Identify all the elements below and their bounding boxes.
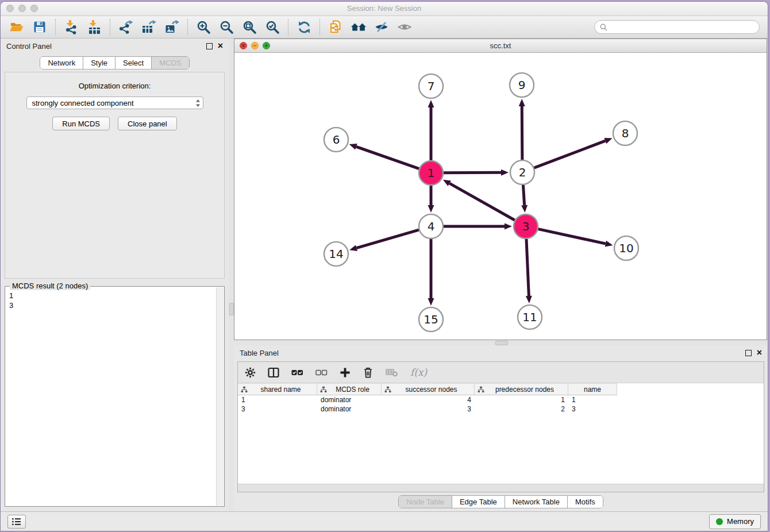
graph-edge-4-14[interactable] — [349, 230, 419, 251]
graph-node-14[interactable]: 14 — [324, 242, 348, 266]
export-image-button[interactable] — [160, 18, 183, 36]
task-history-button[interactable] — [7, 515, 26, 529]
tab-network-table[interactable]: Network Table — [505, 496, 567, 508]
tab-node-table[interactable]: Node Table — [399, 496, 452, 508]
table-hscroll-track[interactable] — [238, 484, 764, 492]
table-container: f(x) shared nameMCDS rolesuccessor nodes… — [237, 361, 764, 492]
splitter-grip[interactable] — [495, 341, 508, 345]
horizontal-splitter[interactable] — [234, 340, 768, 345]
hide-details-button[interactable] — [370, 18, 393, 36]
attribute-type-icon — [384, 386, 391, 393]
function-builder-button[interactable]: f(x) — [410, 367, 427, 378]
graph-edge-1-4[interactable] — [428, 186, 434, 213]
float-table-panel-icon[interactable] — [745, 350, 752, 356]
graph-edge-3-10[interactable] — [538, 229, 613, 247]
close-panel-button[interactable]: Close panel — [118, 117, 177, 130]
graph-edge-4-15[interactable] — [428, 239, 434, 306]
home-view-button[interactable] — [347, 18, 370, 36]
table-cell[interactable]: 3 — [382, 405, 475, 413]
close-panel-icon[interactable]: × — [218, 43, 223, 49]
add-row-button[interactable] — [340, 367, 351, 378]
graph-edge-2-9[interactable] — [519, 99, 525, 160]
mcds-result-list[interactable]: 13 — [6, 287, 217, 506]
export-table-button[interactable] — [137, 18, 160, 36]
graph-edge-3-1[interactable] — [443, 180, 515, 220]
column-header-successor-nodes[interactable]: successor nodes — [382, 383, 475, 395]
graph-node-10[interactable]: 10 — [614, 236, 638, 260]
search-input[interactable] — [610, 22, 754, 32]
network-minimize-button[interactable]: − — [251, 42, 259, 49]
graph-node-7[interactable]: 7 — [419, 74, 443, 98]
copy-network-button[interactable] — [324, 18, 347, 36]
tab-motifs[interactable]: Motifs — [567, 496, 603, 508]
save-session-button[interactable] — [28, 18, 51, 36]
graph-node-6[interactable]: 6 — [324, 128, 348, 152]
column-header-mcds-role[interactable]: MCDS role — [317, 383, 382, 395]
zoom-fit-button[interactable] — [238, 18, 261, 36]
table-cell[interactable]: 2 — [475, 405, 568, 413]
zoom-out-button[interactable] — [215, 18, 238, 36]
maximize-window-button[interactable] — [30, 5, 38, 12]
network-canvas[interactable]: 7968124314101511 — [234, 53, 767, 340]
table-row[interactable]: 1dominator411 — [238, 395, 764, 404]
criterion-dropdown[interactable]: strongly connected component — [26, 97, 203, 109]
table-cell[interactable]: 1 — [238, 396, 317, 404]
column-header-predecessor-nodes[interactable]: predecessor nodes — [475, 383, 568, 395]
table-cell[interactable]: dominator — [317, 396, 382, 404]
zoom-selected-button[interactable] — [261, 18, 284, 36]
network-maximize-button[interactable]: + — [263, 42, 270, 49]
import-network-button[interactable] — [60, 18, 83, 36]
splitter-grip[interactable] — [229, 303, 234, 315]
run-mcds-button[interactable]: Run MCDS — [52, 117, 110, 130]
tab-mcds[interactable]: MCDS — [151, 57, 188, 69]
table-cell[interactable]: 1 — [568, 396, 617, 404]
table-cell[interactable]: 1 — [475, 396, 568, 404]
table-cell[interactable]: dominator — [317, 405, 382, 413]
delete-table-button[interactable] — [386, 368, 398, 377]
float-panel-icon[interactable] — [206, 43, 213, 49]
table-cell[interactable]: 4 — [382, 396, 475, 404]
show-column-button[interactable] — [268, 367, 279, 378]
result-scrollbar[interactable] — [216, 287, 224, 506]
table-cell[interactable]: 3 — [568, 405, 617, 413]
graph-edge-2-8[interactable] — [534, 138, 613, 168]
network-close-button[interactable]: × — [240, 42, 247, 49]
graph-edge-3-11[interactable] — [526, 239, 532, 303]
graph-node-8[interactable]: 8 — [613, 121, 637, 145]
column-header-shared-name[interactable]: shared name — [238, 383, 317, 395]
graph-node-2[interactable]: 2 — [510, 160, 534, 184]
table-settings-button[interactable] — [245, 367, 256, 378]
tab-edge-table[interactable]: Edge Table — [452, 496, 505, 508]
minimize-window-button[interactable] — [18, 5, 26, 12]
import-table-button[interactable] — [83, 18, 106, 36]
memory-button[interactable]: Memory — [709, 514, 761, 529]
graph-edge-2-3[interactable] — [521, 185, 528, 213]
deselect-all-button[interactable] — [315, 368, 328, 377]
show-graphics-button[interactable] — [393, 18, 416, 36]
graph-edge-1-6[interactable] — [349, 144, 419, 169]
tab-network[interactable]: Network — [40, 57, 83, 69]
export-network-button[interactable] — [114, 18, 137, 36]
graph-node-9[interactable]: 9 — [510, 73, 534, 97]
graph-node-15[interactable]: 15 — [419, 307, 443, 331]
close-table-panel-icon[interactable]: × — [757, 349, 762, 356]
delete-row-button[interactable] — [363, 367, 374, 378]
table-cell[interactable]: 3 — [238, 405, 317, 413]
refresh-view-button[interactable] — [292, 18, 315, 36]
graph-edge-4-3[interactable] — [444, 223, 512, 230]
graph-edge-1-2[interactable] — [444, 169, 509, 176]
graph-node-3[interactable]: 3 — [514, 214, 538, 238]
table-row[interactable]: 3dominator323 — [238, 404, 764, 414]
tab-style[interactable]: Style — [83, 57, 115, 69]
open-file-button[interactable] — [5, 18, 28, 36]
close-window-button[interactable] — [6, 5, 14, 12]
graph-edge-1-7[interactable] — [428, 100, 434, 160]
vertical-splitter[interactable] — [229, 38, 234, 511]
graph-node-11[interactable]: 11 — [518, 305, 542, 329]
zoom-in-button[interactable] — [192, 18, 215, 36]
select-all-button[interactable] — [291, 368, 303, 377]
graph-node-4[interactable]: 4 — [419, 214, 443, 238]
column-header-name[interactable]: name — [568, 383, 617, 395]
graph-node-1[interactable]: 1 — [419, 161, 443, 185]
tab-select[interactable]: Select — [115, 57, 151, 69]
